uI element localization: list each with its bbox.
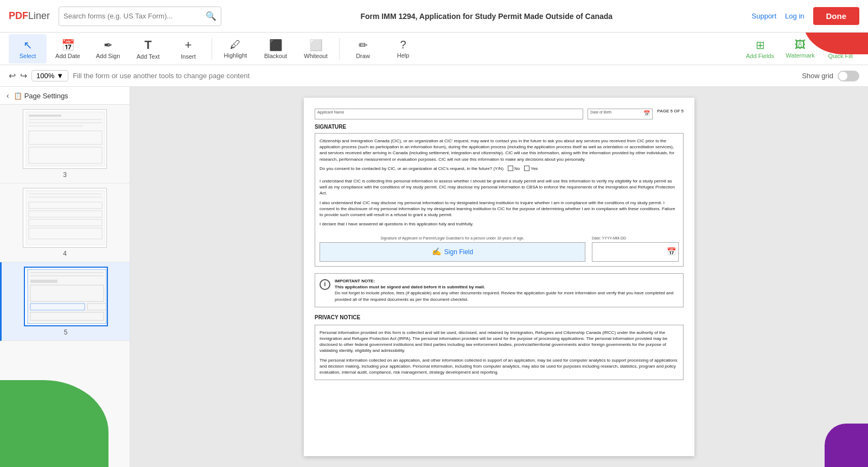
show-grid-toggle[interactable] [838,71,859,81]
date-calendar-icon[interactable]: 📅 [667,247,676,257]
no-checkbox[interactable] [508,166,513,171]
page-num-5: 5 [64,329,68,336]
svg-rect-3 [29,122,102,123]
tool-whiteout[interactable]: ⬜ Whiteout [297,34,335,64]
page-thumbnail-5[interactable]: 5 [0,262,130,341]
thumbnail-image-5 [24,267,108,326]
tool-highlight-label: Highlight [224,52,247,59]
svg-rect-14 [28,269,106,324]
privacy-text-1: I understand that CIC is collecting this… [320,178,679,197]
tool-watermark-label: Watermark [786,52,814,59]
tool-whiteout-label: Whiteout [304,53,327,59]
yes-checkbox-item: Yes [524,166,538,172]
search-icon[interactable]: 🔍 [206,11,216,21]
hint-text: Fill the form or use another tools to ch… [73,72,250,80]
page-header: Applicant Name Date of Birth 📅 PAGE 5 OF… [315,109,684,119]
sign-box[interactable]: ✍ Sign Field [320,242,585,262]
svg-rect-16 [30,275,104,276]
tool-add-sign-label: Add Sign [96,53,120,59]
help-icon: ? [400,39,406,51]
whiteout-icon: ⬜ [309,39,323,52]
svg-rect-15 [30,272,104,273]
tool-insert-label: Insert [181,53,196,60]
search-input[interactable] [63,12,206,20]
login-link[interactable]: Log in [785,12,804,20]
tool-add-text-label: Add Text [137,53,160,60]
tool-add-fields-label: Add Fields [746,53,774,59]
add-sign-icon: ✒ [104,39,113,52]
signature-section-box: Citizenship and Immigration Canada (CIC)… [315,133,684,267]
done-button[interactable]: Done [813,7,860,25]
svg-rect-1 [29,115,61,117]
sub-toolbar: ↩ ↪ 100% ▼ Fill the form or use another … [0,65,868,87]
dob-calendar-icon[interactable]: 📅 [643,110,650,116]
page-settings-icon: 📋 [14,92,22,100]
privacy-text1: Personal information provided on this fo… [320,330,679,354]
add-text-icon: T [144,38,151,52]
page-num-4: 4 [63,250,67,257]
page-thumbnail-3[interactable]: 3 [0,105,130,184]
tool-add-date-label: Add Date [55,53,80,59]
svg-rect-9 [29,197,102,198]
header-actions: Support Log in Done [752,7,859,25]
header: PDF Liner 🔍 Form IMM 1294, Application f… [0,0,868,33]
tool-draw[interactable]: ✏ Draw [344,34,382,64]
thumbnail-image-3 [23,109,107,169]
important-note-box: i IMPORTANT NOTE: This application must … [315,273,684,307]
privacy-text2: The personal information collected on an… [320,357,679,376]
tool-highlight[interactable]: 🖊 Highlight [216,34,254,64]
privacy-title: PRIVACY NOTICE [315,314,684,321]
svg-rect-17 [30,280,58,283]
yes-checkbox[interactable] [524,166,529,171]
sign-section: Signature of Applicant or Parent/Legal G… [320,236,679,262]
tool-help[interactable]: ? Help [384,34,422,64]
blackout-icon: ⬛ [269,39,283,52]
tool-add-fields[interactable]: ⊞ Add Fields [741,34,779,64]
support-link[interactable]: Support [752,12,777,20]
declare-text: I declare that I have answered all quest… [320,221,679,227]
important-note-title: IMPORTANT NOTE: [335,279,375,283]
consent-text: Citizenship and Immigration Canada (CIC)… [320,138,679,162]
tool-add-date[interactable]: 📅 Add Date [49,34,87,64]
page-thumbnail-4[interactable]: 4 [0,184,130,262]
sidebar-title-label: Page Settings [24,92,68,100]
svg-rect-2 [29,119,102,120]
content-area: Applicant Name Date of Birth 📅 PAGE 5 OF… [130,87,868,467]
add-date-icon: 📅 [61,39,75,52]
select-icon: ↖ [23,39,33,52]
decoration-purple-blob [825,424,868,467]
yes-label: Yes [531,166,538,172]
watermark-icon: 🖼 [795,39,806,51]
sidebar-collapse-button[interactable]: ‹ [7,91,9,100]
search-box[interactable]: 🔍 [59,7,221,26]
note-content: IMPORTANT NOTE: This application must be… [335,278,679,302]
tool-insert[interactable]: + Insert [169,34,207,64]
logo-liner: Liner [28,10,50,22]
tool-blackout[interactable]: ⬛ Blackout [257,34,295,64]
sign-label: Signature of Applicant or Parent/Legal G… [320,236,585,241]
zoom-selector[interactable]: 100% ▼ [31,70,68,81]
sidebar-title: 📋 Page Settings [14,92,68,100]
zoom-chevron-icon: ▼ [56,72,63,80]
undo-button[interactable]: ↩ [9,71,16,81]
insert-icon: + [185,38,192,52]
svg-rect-19 [30,304,85,310]
tool-select[interactable]: ↖ Select [9,34,47,64]
privacy-section: PRIVACY NOTICE Personal information prov… [315,314,684,380]
toolbar-separator-1 [212,38,212,60]
date-field-container: Date: YYYY-MM-DD 📅 [592,236,679,262]
note-icon: i [320,279,330,290]
tool-add-sign[interactable]: ✒ Add Sign [89,34,127,64]
important-note-line1: This application must be signed and date… [335,285,485,289]
zoom-level: 100% [36,72,54,80]
main: ‹ 📋 Page Settings 3 [0,87,868,467]
toolbar-separator-2 [339,38,340,60]
sign-field-container: Signature of Applicant or Parent/Legal G… [320,236,585,262]
date-label: Date: YYYY-MM-DD [592,236,679,241]
date-box[interactable]: 📅 [592,242,679,262]
svg-rect-8 [29,193,102,194]
tool-add-text[interactable]: T Add Text [129,34,167,64]
redo-button[interactable]: ↪ [20,71,27,81]
tool-draw-label: Draw [356,53,370,59]
logo[interactable]: PDF Liner [9,10,50,22]
